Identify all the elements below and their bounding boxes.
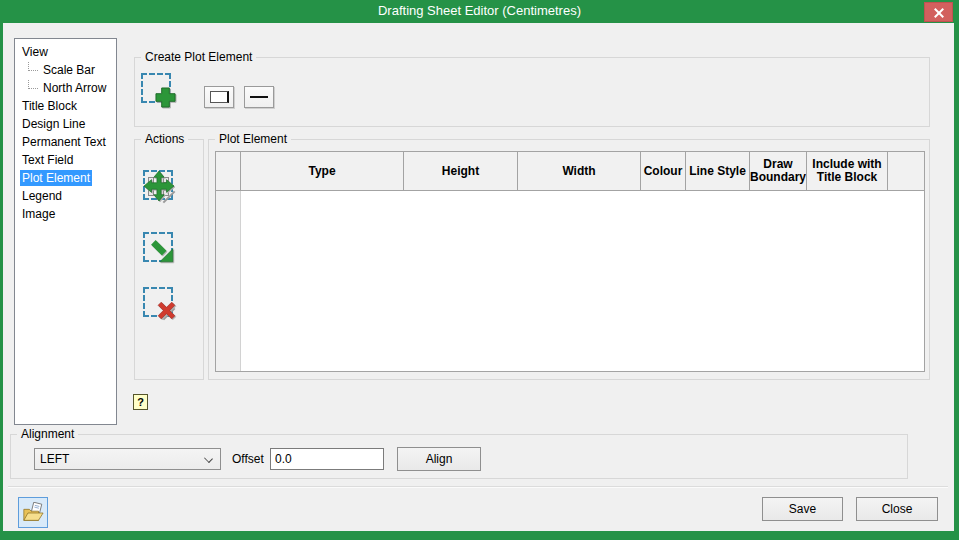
plot-element-group: Plot Element TypeHeightWidthColourLine S…	[208, 139, 930, 380]
sidebar-item-design-line[interactable]: Design Line	[15, 115, 116, 133]
column-header-blank	[216, 152, 241, 190]
column-header-width: Width	[518, 152, 641, 190]
delete-element-button[interactable]	[143, 287, 183, 331]
add-plot-element-button[interactable]	[141, 73, 181, 117]
column-header-draw-boundary: Draw Boundary	[750, 152, 807, 190]
sidebar-item-label: Scale Bar	[41, 62, 97, 78]
offset-label: Offset	[232, 452, 264, 466]
tree-branch-icon	[28, 80, 38, 89]
tree-branch-icon	[28, 62, 38, 71]
sidebar-item-label: Image	[20, 206, 57, 222]
close-icon	[934, 8, 944, 18]
create-plot-element-title: Create Plot Element	[141, 50, 256, 64]
actions-title: Actions	[141, 132, 188, 146]
plot-table-header: TypeHeightWidthColourLine StyleDraw Boun…	[216, 152, 924, 191]
alignment-selected-value: LEFT	[40, 452, 69, 466]
align-button[interactable]: Align	[397, 447, 481, 471]
save-button[interactable]: Save	[762, 497, 843, 521]
line-icon	[250, 96, 268, 98]
close-window-button[interactable]	[924, 2, 953, 22]
sidebar-item-label: North Arrow	[41, 80, 108, 96]
sidebar-item-title-block[interactable]: Title Block	[15, 97, 116, 115]
open-file-button[interactable]	[18, 497, 48, 528]
open-folder-icon	[22, 502, 44, 524]
sidebar-item-label: Text Field	[20, 152, 75, 168]
column-header-type: Type	[241, 152, 404, 190]
diagonal-arrow-icon	[149, 238, 175, 264]
actions-group: Actions	[134, 139, 204, 380]
sidebar-item-label: Title Block	[20, 98, 79, 114]
move-element-button[interactable]	[143, 170, 183, 214]
sidebar-item-permanent-text[interactable]: Permanent Text	[15, 133, 116, 151]
sidebar-tree[interactable]: ViewScale BarNorth ArrowTitle BlockDesig…	[14, 38, 117, 425]
offset-input[interactable]	[270, 448, 384, 470]
line-element-button[interactable]	[244, 86, 274, 108]
sidebar-item-view[interactable]: View	[15, 43, 116, 61]
sidebar-item-label: Legend	[20, 188, 64, 204]
titlebar[interactable]: Drafting Sheet Editor (Centimetres)	[0, 0, 959, 23]
close-button[interactable]: Close	[856, 497, 938, 521]
rectangle-icon	[210, 91, 229, 103]
sidebar-item-label: Permanent Text	[20, 134, 108, 150]
alignment-select[interactable]: LEFT	[34, 448, 221, 470]
rectangle-element-button[interactable]	[204, 86, 234, 108]
column-header-blank	[888, 152, 924, 190]
plot-element-title: Plot Element	[215, 132, 291, 146]
row-header-column	[216, 191, 241, 371]
alignment-title: Alignment	[17, 427, 78, 441]
alignment-group: Alignment LEFT Offset Align	[10, 434, 908, 479]
help-icon: ?	[137, 396, 144, 408]
help-button[interactable]: ?	[133, 394, 148, 410]
sidebar-item-legend[interactable]: Legend	[15, 187, 116, 205]
sidebar-item-label: View	[20, 44, 50, 60]
window-title: Drafting Sheet Editor (Centimetres)	[0, 3, 959, 18]
red-x-icon	[155, 299, 178, 322]
sidebar-item-plot-element[interactable]: Plot Element	[15, 169, 116, 187]
column-header-height: Height	[404, 152, 518, 190]
sidebar-item-label: Plot Element	[20, 170, 92, 186]
dialog-client-area: ViewScale BarNorth ArrowTitle BlockDesig…	[3, 23, 954, 531]
sidebar-item-text-field[interactable]: Text Field	[15, 151, 116, 169]
sidebar-item-label: Design Line	[20, 116, 87, 132]
plus-icon	[155, 87, 176, 108]
resize-element-button[interactable]	[143, 232, 183, 276]
create-plot-element-group: Create Plot Element	[134, 57, 930, 127]
column-header-include-with-title-block: Include with Title Block	[807, 152, 888, 190]
plot-element-grid[interactable]: TypeHeightWidthColourLine StyleDraw Boun…	[215, 151, 925, 372]
footer-separator	[8, 486, 948, 488]
drafting-sheet-editor-dialog: Drafting Sheet Editor (Centimetres) View…	[0, 0, 959, 540]
plot-table-body[interactable]	[216, 191, 924, 371]
chevron-down-icon	[204, 454, 213, 463]
sidebar-item-scale-bar[interactable]: Scale Bar	[15, 61, 116, 79]
sidebar-item-image[interactable]: Image	[15, 205, 116, 223]
sidebar-item-north-arrow[interactable]: North Arrow	[15, 79, 116, 97]
column-header-colour: Colour	[641, 152, 686, 190]
column-header-line-style: Line Style	[686, 152, 750, 190]
